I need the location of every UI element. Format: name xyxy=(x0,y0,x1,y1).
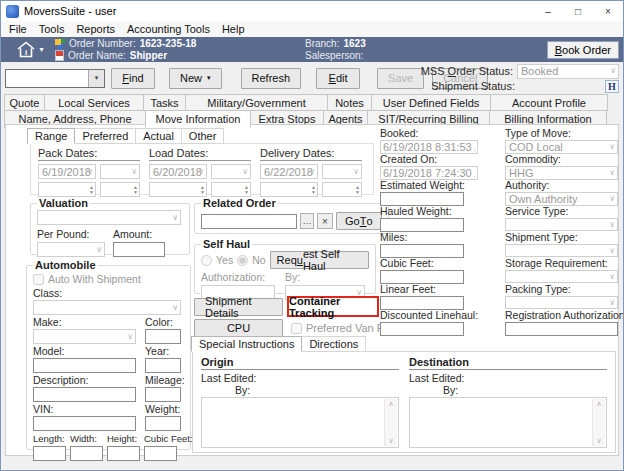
pack-date-select[interactable]: 6/19/2018∨ xyxy=(38,164,96,179)
discounted-linehaul-input[interactable] xyxy=(380,322,464,336)
load-date-select[interactable]: 6/20/2018∨ xyxy=(149,164,207,179)
tab-actual[interactable]: Actual xyxy=(135,128,182,144)
color-input[interactable] xyxy=(145,329,181,344)
home-menu-button[interactable]: i ▾ xyxy=(5,41,55,58)
weight-input[interactable] xyxy=(145,416,181,431)
tab-user-defined-fields[interactable]: User Defined Fields xyxy=(371,94,491,111)
valuation-select[interactable]: ∨ xyxy=(37,210,181,225)
mss-order-status-select[interactable]: Booked ∨ xyxy=(517,64,619,79)
load-time-end-spinner[interactable]: ▲▼ xyxy=(211,182,251,197)
make-select[interactable]: ∨ xyxy=(33,329,136,344)
tab-other[interactable]: Other xyxy=(181,128,225,144)
maximize-button[interactable]: □ xyxy=(563,1,593,21)
order-search-input[interactable] xyxy=(6,70,88,87)
tab-notes[interactable]: Notes xyxy=(327,94,372,111)
hauled-weight-input[interactable] xyxy=(380,218,464,232)
tab-move-information[interactable]: Move Information xyxy=(145,110,251,128)
authority-select[interactable]: Own Authority∨ xyxy=(505,192,618,206)
menu-file[interactable]: File xyxy=(3,22,33,36)
preferred-van-checkbox[interactable] xyxy=(291,323,302,334)
created-on-input[interactable] xyxy=(380,166,478,180)
menu-tools[interactable]: Tools xyxy=(33,22,71,36)
per-pound-select[interactable]: ∨ xyxy=(37,242,105,257)
shipment-type-select[interactable]: ∨ xyxy=(505,244,618,257)
tab-range[interactable]: Range xyxy=(27,128,75,144)
self-haul-no-radio[interactable] xyxy=(237,255,248,266)
packing-type-select[interactable]: ∨ xyxy=(505,296,618,309)
class-select[interactable]: ∨ xyxy=(33,300,181,315)
auto-with-shipment-checkbox[interactable] xyxy=(33,274,44,285)
mileage-input[interactable] xyxy=(145,387,181,402)
width-input[interactable] xyxy=(70,446,103,461)
delivery-time-spinner[interactable]: ▲▼ xyxy=(260,182,318,197)
edit-button[interactable]: Edit xyxy=(316,68,360,89)
tab-tasks[interactable]: Tasks xyxy=(143,94,186,111)
description-input[interactable] xyxy=(33,387,136,402)
origin-instructions-textarea[interactable]: ∧∨ xyxy=(201,397,399,448)
vin-input[interactable] xyxy=(33,416,136,431)
commodity-select[interactable]: HHG∨ xyxy=(505,166,618,180)
related-order-browse-button[interactable]: … xyxy=(300,213,314,229)
model-input[interactable] xyxy=(33,358,136,373)
estimated-weight-input[interactable] xyxy=(380,192,464,206)
amount-input[interactable] xyxy=(113,242,165,257)
menu-reports[interactable]: Reports xyxy=(70,22,121,36)
combo-dropdown-icon[interactable]: ▾ xyxy=(88,70,104,87)
scroll-up-icon[interactable]: ∧ xyxy=(596,400,601,408)
shipment-status-history-button[interactable]: H xyxy=(605,80,619,93)
length-input[interactable] xyxy=(33,446,66,461)
pack-time-end-spinner[interactable]: ▲▼ xyxy=(100,182,140,197)
load-date-end-select[interactable]: ∨ xyxy=(211,164,251,179)
shipment-details-button[interactable]: Shipment Details xyxy=(194,298,283,316)
menu-accounting-tools[interactable]: Accounting Tools xyxy=(121,22,216,36)
dates-panel: Pack Dates: 6/19/2018∨ ∨ ▲▼ ▲▼ Load Date… xyxy=(30,143,374,195)
book-order-button[interactable]: Book Order xyxy=(547,41,619,59)
related-order-input[interactable] xyxy=(201,214,297,229)
tab-directions[interactable]: Directions xyxy=(301,336,366,352)
self-haul-yes-radio[interactable] xyxy=(201,255,212,266)
linear-feet-input[interactable] xyxy=(380,296,464,310)
go-to-button[interactable]: Go To xyxy=(336,212,382,230)
tab-local-services[interactable]: Local Services xyxy=(44,94,144,111)
refresh-button[interactable]: Refresh xyxy=(241,68,302,89)
pack-time-spinner[interactable]: ▲▼ xyxy=(38,182,96,197)
auto-cubic-feet-input[interactable] xyxy=(144,446,177,461)
scroll-down-icon[interactable]: ∨ xyxy=(596,437,601,445)
scroll-up-icon[interactable]: ∧ xyxy=(388,400,393,408)
tab-preferred[interactable]: Preferred xyxy=(74,128,136,144)
related-order-clear-button[interactable]: × xyxy=(317,213,333,229)
miles-input[interactable] xyxy=(380,244,464,258)
service-type-select[interactable]: ∨ xyxy=(505,218,618,231)
storage-requirement-select[interactable]: ∨ xyxy=(505,270,618,283)
pack-date-end-select[interactable]: ∨ xyxy=(100,164,140,179)
year-input[interactable] xyxy=(145,358,181,373)
new-button[interactable]: New▾ xyxy=(169,68,222,89)
delivery-date-end-select[interactable]: ∨ xyxy=(322,164,362,179)
type-of-move-select[interactable]: COD Local∨ xyxy=(505,140,618,154)
minimize-button[interactable]: – xyxy=(533,1,563,21)
menu-help[interactable]: Help xyxy=(216,22,251,36)
cpu-button[interactable]: CPU xyxy=(194,319,283,337)
tab-military-government[interactable]: Military/Government xyxy=(185,94,328,111)
container-tracking-button[interactable]: Container Tracking xyxy=(287,296,379,317)
scroll-down-icon[interactable]: ∨ xyxy=(388,437,393,445)
delivery-date-select[interactable]: 6/22/2018∨ xyxy=(260,164,318,179)
tab-quote[interactable]: Quote xyxy=(4,94,45,111)
scrollbar[interactable]: ∧∨ xyxy=(592,399,605,446)
close-button[interactable]: × xyxy=(593,1,623,21)
request-self-haul-button[interactable]: Request Self Haul xyxy=(270,251,369,269)
origin-title: Origin xyxy=(201,356,399,370)
scrollbar[interactable]: ∧∨ xyxy=(384,399,397,446)
registration-authorization-input[interactable] xyxy=(505,322,618,336)
tab-special-instructions[interactable]: Special Instructions xyxy=(191,336,302,352)
height-input[interactable] xyxy=(107,446,140,461)
load-time-spinner[interactable]: ▲▼ xyxy=(149,182,207,197)
cubic-feet-input[interactable] xyxy=(380,270,464,284)
order-search-combo[interactable]: ▾ xyxy=(5,69,105,88)
booked-input[interactable] xyxy=(380,140,478,154)
tab-account-profile[interactable]: Account Profile xyxy=(490,94,608,111)
find-button[interactable]: Find xyxy=(111,68,155,89)
delivery-time-end-spinner[interactable]: ▲▼ xyxy=(322,182,362,197)
destination-instructions-textarea[interactable]: ∧∨ xyxy=(409,397,607,448)
save-button[interactable]: Save xyxy=(377,68,424,89)
